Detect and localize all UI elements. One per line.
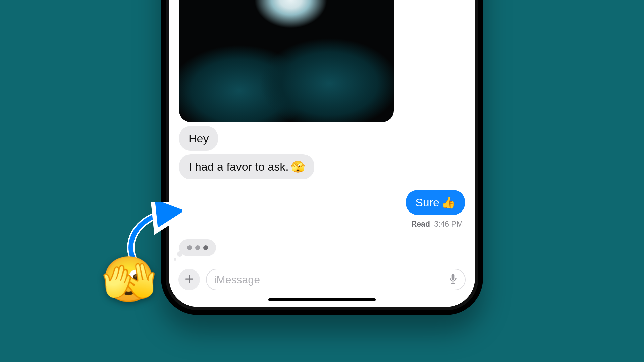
typing-bubble [179,239,216,256]
typing-indicator [179,239,216,256]
home-indicator[interactable] [268,298,376,301]
peeking-face-emoji: 🫣 [291,160,305,174]
incoming-bubble[interactable]: I had a favor to ask. 🫣 [179,154,314,179]
phone-bezel: Hey I had a favor to ask. 🫣 Sure 👍 Read … [166,0,478,310]
typing-dot-icon [203,245,208,250]
image-attachment[interactable] [179,0,394,122]
incoming-bubble[interactable]: Hey [179,126,218,151]
read-label: Read [411,220,430,228]
typing-dot-icon [195,245,200,250]
message-text: I had a favor to ask. [189,160,289,174]
message-text: Sure [415,195,439,210]
message-input[interactable]: iMessage [206,269,466,290]
svg-rect-2 [452,274,455,280]
message-text: Hey [189,131,209,146]
add-button[interactable] [178,269,200,290]
read-receipt: Read 3:46 PM [411,220,463,229]
mic-button[interactable] [449,274,458,286]
typing-dot-icon [187,245,192,250]
mic-icon [449,280,458,285]
annotation-emoji: 🫣 [101,257,157,302]
read-time: 3:46 PM [434,220,463,228]
messages-area[interactable]: Hey I had a favor to ask. 🫣 Sure 👍 Read … [169,0,475,263]
message-placeholder: iMessage [214,274,260,286]
phone-frame: Hey I had a favor to ask. 🫣 Sure 👍 Read … [161,0,483,315]
outgoing-bubble[interactable]: Sure 👍 [406,190,465,215]
plus-icon [184,274,194,285]
screen: Hey I had a favor to ask. 🫣 Sure 👍 Read … [169,0,475,307]
thumbs-up-emoji: 👍 [441,195,455,210]
